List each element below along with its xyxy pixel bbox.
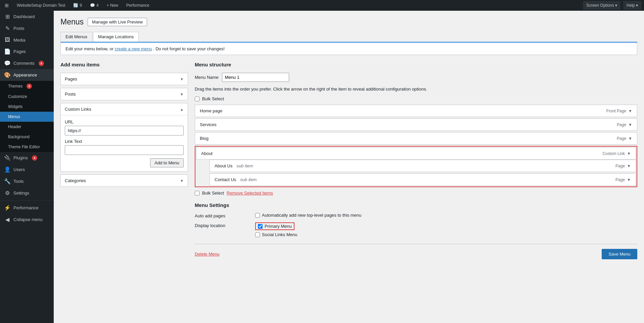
sidebar-item-dashboard[interactable]: ⊞ Dashboard	[0, 11, 54, 22]
accordion-custom-links-arrow: ▲	[180, 107, 184, 111]
blog-arrow[interactable]: ▼	[628, 136, 632, 141]
primary-menu-checkbox[interactable]	[258, 224, 263, 229]
home-page-arrow[interactable]: ▼	[628, 109, 632, 113]
auto-add-checkbox[interactable]	[255, 213, 260, 218]
posts-icon: ✎	[4, 25, 11, 32]
display-location-label: Display location	[195, 222, 248, 228]
bulk-select-top: Bulk Select	[195, 96, 637, 101]
blog-name: Blog	[200, 136, 209, 141]
menu-item-services[interactable]: Services Page ▼	[195, 118, 637, 131]
url-input[interactable]	[65, 126, 184, 136]
sidebar-item-users[interactable]: 👤 Users	[0, 164, 54, 175]
sidebar-posts-label: Posts	[13, 26, 25, 31]
about-arrow[interactable]: ▼	[627, 151, 631, 156]
services-arrow[interactable]: ▼	[628, 122, 632, 127]
url-row: URL	[65, 119, 184, 136]
sidebar-item-performance[interactable]: ⚡ Performance	[0, 202, 54, 214]
sidebar-item-background[interactable]: Background	[0, 132, 54, 142]
delete-menu-link[interactable]: Delete Menu	[195, 252, 220, 257]
link-text-input[interactable]	[65, 145, 184, 155]
sidebar-item-themes[interactable]: Themes 5	[0, 81, 54, 92]
sidebar-item-posts[interactable]: ✎ Posts	[0, 22, 54, 34]
bulk-bar-bottom: Bulk Select Remove Selected Items	[195, 191, 637, 196]
accordion-custom-links-header[interactable]: Custom Links ▲	[61, 103, 188, 115]
bulk-checkbox-bottom[interactable]	[195, 191, 199, 196]
admin-bar-performance[interactable]: Performance	[124, 0, 151, 11]
save-menu-button[interactable]: Save Menu	[602, 249, 637, 259]
menu-item-contact-us[interactable]: Contact Us sub item Page ▼	[210, 173, 636, 186]
home-page-type: Front Page	[606, 109, 626, 113]
menu-settings: Menu Settings Auto add pages Automatical…	[195, 202, 637, 237]
live-preview-button[interactable]: Manage with Live Preview	[88, 18, 147, 26]
accordion-categories: Categories ▼	[60, 174, 188, 187]
theme-file-editor-label: Theme File Editor	[8, 145, 40, 149]
admin-bar-updates[interactable]: 🔄 9	[71, 0, 84, 11]
menus-label: Menus	[8, 114, 20, 119]
tab-manage-locations[interactable]: Manage Locations	[93, 32, 139, 42]
bulk-label-top: Bulk Select	[202, 96, 224, 101]
menu-item-about-us[interactable]: About Us sub item Page ▼	[210, 160, 636, 172]
main-content: Menus Manage with Live Preview Edit Menu…	[54, 11, 644, 323]
social-links-label: Social Links Menu	[262, 232, 297, 237]
tools-label: Tools	[13, 179, 24, 184]
plugins-icon: 🔌	[4, 155, 11, 161]
menu-name-input[interactable]	[222, 73, 289, 82]
users-label: Users	[13, 167, 25, 172]
contact-us-sub-label: sub item	[240, 177, 257, 182]
accordion-posts-header[interactable]: Posts ▼	[61, 88, 188, 100]
help-button[interactable]: Help ▾	[623, 1, 641, 10]
contact-us-name: Contact Us	[215, 177, 236, 182]
remove-selected-link[interactable]: Remove Selected Items	[227, 191, 273, 196]
sidebar-item-settings[interactable]: ⚙ Settings	[0, 187, 54, 199]
sidebar-item-comments[interactable]: 💬 Comments 4	[0, 57, 54, 69]
accordion-categories-header[interactable]: Categories ▼	[61, 175, 188, 186]
sidebar-appearance-submenu: Themes 5 Customize Widgets Menus Header …	[0, 81, 54, 152]
sidebar-item-pages[interactable]: 📄 Pages	[0, 46, 54, 57]
screen-options-button[interactable]: Screen Options ▾	[583, 1, 620, 10]
social-links-checkbox[interactable]	[255, 232, 260, 237]
sidebar-appearance-label: Appearance	[13, 72, 37, 77]
tools-icon: 🔧	[4, 178, 11, 184]
menu-item-home-page[interactable]: Home page Front Page ▼	[195, 105, 637, 117]
sidebar-item-header[interactable]: Header	[0, 122, 54, 132]
bulk-checkbox-top[interactable]	[195, 97, 199, 101]
sidebar-item-menus[interactable]: Menus	[0, 112, 54, 122]
accordion-pages-header[interactable]: Pages ▼	[61, 73, 188, 85]
admin-bar-wp-logo[interactable]: ⊞	[3, 0, 11, 11]
contact-us-arrow[interactable]: ▼	[627, 177, 631, 182]
sidebar-item-theme-file-editor[interactable]: Theme File Editor	[0, 142, 54, 152]
services-type: Page	[617, 122, 626, 127]
menu-item-about[interactable]: About Custom Link ▼	[196, 147, 636, 160]
about-us-arrow[interactable]: ▼	[627, 164, 631, 168]
media-icon: 🖼	[4, 37, 11, 43]
auto-add-label: Auto add pages	[195, 213, 248, 218]
admin-bar-comments[interactable]: 💬 4	[88, 0, 101, 11]
settings-icon: ⚙	[4, 190, 11, 196]
sidebar-item-appearance[interactable]: 🎨 Appearance	[0, 69, 54, 81]
about-us-sub-label: sub item	[236, 163, 253, 168]
sidebar-pages-label: Pages	[13, 49, 26, 54]
sidebar-item-collapse[interactable]: ◀ Collapse menu	[0, 214, 54, 225]
sidebar-item-widgets[interactable]: Widgets	[0, 102, 54, 112]
create-new-menu-link[interactable]: create a new menu	[115, 46, 152, 51]
update-icon: 🔄	[73, 3, 78, 8]
admin-bar-new[interactable]: + New	[105, 0, 120, 11]
sidebar-item-media[interactable]: 🖼 Media	[0, 34, 54, 46]
comments-icon: 💬	[4, 60, 11, 66]
sidebar-item-customize[interactable]: Customize	[0, 92, 54, 102]
admin-bar: ⊞ WebsiteSetup Domain Test 🔄 9 💬 4 + New…	[0, 0, 644, 11]
accordion-custom-links: Custom Links ▲ URL Link Text	[60, 103, 188, 172]
info-text: Edit your menu below, or	[65, 46, 113, 51]
bulk-label-bottom: Bulk Select	[202, 191, 224, 196]
widgets-label: Widgets	[8, 104, 22, 109]
sidebar-item-tools[interactable]: 🔧 Tools	[0, 175, 54, 187]
add-to-menu-button[interactable]: Add to Menu	[150, 158, 184, 167]
admin-bar-site-name[interactable]: WebsiteSetup Domain Test	[15, 0, 67, 11]
auto-add-checkbox-label: Automatically add new top-level pages to…	[262, 213, 361, 218]
collapse-label: Collapse menu	[13, 217, 43, 222]
tab-edit-menus[interactable]: Edit Menus	[60, 32, 92, 42]
menu-settings-heading: Menu Settings	[195, 202, 637, 208]
menu-structure-heading: Menu structure	[195, 62, 637, 67]
menu-item-blog[interactable]: Blog Page ▼	[195, 132, 637, 145]
sidebar-item-plugins[interactable]: 🔌 Plugins 4	[0, 152, 54, 164]
